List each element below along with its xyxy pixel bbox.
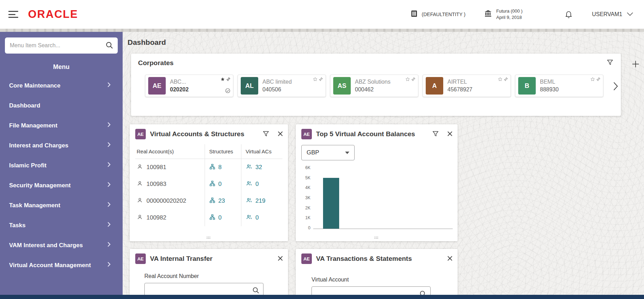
widget-drag-handle[interactable] — [207, 237, 211, 239]
carousel-next-icon[interactable] — [613, 82, 618, 92]
structure-icon — [209, 214, 215, 222]
person-icon — [137, 197, 143, 205]
chevron-right-icon — [107, 82, 111, 89]
check-circle-icon — [225, 88, 231, 95]
structure-icon — [209, 164, 215, 171]
column-header: Virtual ACs — [241, 144, 282, 159]
chevron-right-icon — [107, 222, 111, 229]
structures-count-link[interactable]: 0 — [218, 181, 221, 188]
chevron-right-icon — [107, 142, 111, 149]
virtual-account-input[interactable] — [316, 291, 419, 295]
username: USERVAM1 — [592, 11, 622, 18]
people-icon — [246, 180, 253, 188]
pin-icon[interactable] — [596, 77, 601, 83]
sidebar-item-vam-interest-and-charges[interactable]: VAM Interest and Charges — [0, 235, 123, 255]
branch-name: Futura (000 ) — [496, 8, 522, 14]
pin-icon[interactable] — [318, 77, 323, 83]
corporate-tile[interactable]: AE ABC... 020202 — [145, 75, 233, 97]
sidebar-item-core-maintenance[interactable]: Core Maintenance — [0, 76, 123, 96]
star-icon[interactable] — [590, 77, 595, 83]
filter-icon[interactable] — [606, 58, 614, 67]
entity-selector[interactable]: (DEFAULTENTITY ) — [410, 9, 466, 19]
virtual-acs-count-link[interactable]: 0 — [255, 181, 259, 188]
hamburger-menu-icon[interactable] — [8, 11, 18, 18]
star-icon[interactable] — [405, 77, 410, 83]
menu-search-input[interactable] — [10, 42, 105, 49]
real-account-number-input[interactable] — [149, 287, 252, 294]
close-icon[interactable] — [278, 256, 283, 262]
search-icon[interactable] — [105, 41, 114, 50]
widget-virtual-accounts-structures: AE Virtual Accounts & Structures Real Ac… — [130, 124, 288, 241]
pin-icon[interactable] — [226, 77, 231, 83]
currency-select[interactable]: GBP — [301, 145, 355, 160]
avatar: AS — [333, 77, 351, 95]
sidebar-item-interest-and-charges[interactable]: Interest and Charges — [0, 135, 123, 155]
virtual-acs-count-link[interactable]: 219 — [255, 197, 265, 204]
corporate-tile[interactable]: B BEML 888930 — [515, 75, 603, 97]
widget-badge: AE — [301, 129, 312, 139]
sidebar-item-task-management[interactable]: Task Management — [0, 195, 123, 215]
star-icon[interactable] — [220, 77, 225, 83]
sidebar-item-islamic-profit[interactable]: Islamic Profit — [0, 155, 123, 175]
widget-title: VA Internal Transfer — [150, 255, 270, 263]
pin-icon[interactable] — [503, 77, 508, 83]
footer-strip — [0, 295, 644, 299]
chevron-right-icon — [107, 182, 111, 189]
corporate-tile[interactable]: A AIRTEL 45678927 — [423, 75, 511, 97]
people-icon — [246, 197, 253, 205]
balances-bar-chart: 6K 5K 4K 3K 2K 1K 0 — [301, 165, 453, 230]
sidebar-item-security-management[interactable]: Security Management — [0, 175, 123, 195]
branch-selector[interactable]: Futura (000 ) April 9, 2018 — [484, 8, 522, 21]
user-menu[interactable]: USERVAM1 — [592, 11, 633, 18]
corporates-title: Corporates — [138, 59, 614, 67]
virtual-acs-count-link[interactable]: 0 — [255, 214, 259, 221]
account-number: 100981 — [146, 164, 166, 171]
close-icon[interactable] — [447, 131, 453, 138]
chart-y-axis: 6K 5K 4K 3K 2K 1K 0 — [301, 165, 313, 230]
widget-badge: AE — [135, 253, 146, 264]
widget-title: Top 5 Virtual Account Balances — [316, 130, 424, 138]
sidebar-item-tasks[interactable]: Tasks — [0, 215, 123, 235]
sidebar-item-dashboard[interactable]: Dashboard — [0, 96, 123, 116]
branch-date: April 9, 2018 — [496, 14, 522, 21]
sidebar-item-file-management[interactable]: File Management — [0, 116, 123, 135]
filter-icon[interactable] — [432, 130, 439, 139]
pin-icon[interactable] — [411, 77, 416, 83]
caret-down-icon — [345, 152, 349, 154]
star-icon[interactable] — [313, 77, 317, 83]
corporate-tile[interactable]: AS ABZ Solutions 000462 — [330, 75, 418, 97]
notifications-bell-icon[interactable] — [564, 10, 573, 19]
person-icon — [137, 164, 143, 172]
corporate-number: 020202 — [170, 86, 189, 93]
entity-label: (DEFAULTENTITY ) — [422, 12, 466, 17]
table-row: 000000020202 23 219 — [135, 193, 282, 209]
structures-count-link[interactable]: 8 — [218, 164, 221, 171]
search-icon[interactable] — [252, 286, 260, 295]
add-widget-button[interactable] — [631, 59, 640, 70]
virtual-account-field — [311, 286, 431, 295]
close-icon[interactable] — [447, 256, 453, 262]
sidebar-nav: Core Maintenance Dashboard File Manageme… — [0, 76, 123, 275]
table-row: 100981 8 32 — [135, 159, 282, 176]
widget-badge: AE — [301, 253, 312, 264]
structure-icon — [209, 180, 215, 188]
star-icon[interactable] — [498, 77, 502, 83]
widget-drag-handle[interactable] — [375, 237, 379, 239]
widget-va-transactions-statements: AE VA Transactions & Statements Virtual … — [296, 249, 458, 295]
virtual-acs-count-link[interactable]: 32 — [255, 164, 262, 171]
sidebar-item-virtual-account-management[interactable]: Virtual Account Management — [0, 255, 123, 275]
person-icon — [137, 180, 143, 188]
corporate-name: ABC... — [170, 78, 189, 86]
column-header: Structures — [205, 144, 241, 159]
filter-icon[interactable] — [262, 130, 270, 139]
close-icon[interactable] — [278, 131, 283, 138]
field-label: Virtual Account — [311, 277, 458, 283]
structures-count-link[interactable]: 0 — [218, 214, 221, 221]
chevron-right-icon — [107, 242, 111, 249]
structures-count-link[interactable]: 23 — [218, 197, 225, 204]
corporate-tile[interactable]: AL ABC limited 040506 — [238, 75, 326, 97]
chevron-right-icon — [107, 202, 111, 209]
search-icon[interactable] — [419, 290, 427, 295]
texture-band — [0, 29, 644, 32]
top-bar: ORACLE (DEFAULTENTITY ) Futura (000 ) Ap… — [0, 0, 644, 29]
